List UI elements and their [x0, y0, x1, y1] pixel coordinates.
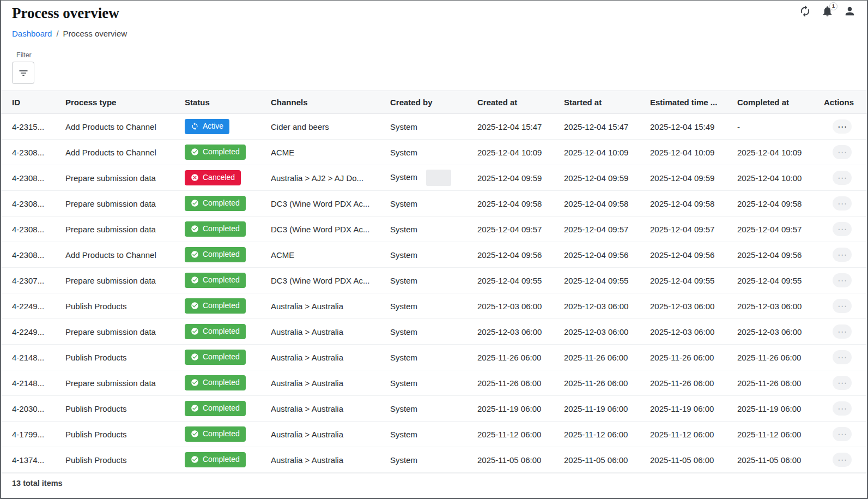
- row-actions-button[interactable]: ⋯: [833, 376, 852, 390]
- process-type: Add Products to Channel: [65, 122, 156, 131]
- cell-started-at: 2025-12-04 09:58: [564, 191, 650, 217]
- created-by-value: System: [390, 225, 417, 234]
- process-sync-icon[interactable]: [799, 5, 811, 17]
- process-id: 4-2249...: [12, 327, 44, 336]
- row-actions-button[interactable]: ⋯: [833, 273, 852, 287]
- cell-actions: ⋯: [820, 396, 867, 422]
- status-label: Completed: [203, 225, 240, 233]
- cell-completed-at: 2025-12-04 10:00: [737, 165, 820, 191]
- ellipsis-icon: ⋯: [837, 430, 847, 439]
- row-actions-button[interactable]: ⋯: [833, 119, 852, 134]
- completed-at-value: 2025-11-05 06:00: [737, 455, 801, 465]
- row-actions-button[interactable]: ⋯: [833, 145, 852, 159]
- cell-started-at: 2025-12-03 06:00: [564, 319, 650, 345]
- completed-at-value: 2025-11-12 06:00: [737, 430, 801, 439]
- process-type: Prepare submission data: [65, 225, 156, 234]
- created-by-value: System: [390, 430, 417, 439]
- cell-created-at: 2025-11-26 06:00: [477, 345, 564, 370]
- process-id: 4-2308...: [12, 173, 44, 183]
- channels-value: Australia > Australia: [271, 430, 343, 439]
- breadcrumb-link-dashboard[interactable]: Dashboard: [12, 29, 52, 38]
- cell-channels: Australia > Australia: [271, 293, 390, 319]
- started-at-value: 2025-12-03 06:00: [564, 302, 628, 311]
- completed-at-value: 2025-12-04 09:57: [737, 225, 802, 234]
- cell-channels: ACME: [271, 242, 390, 268]
- completed-at-value: 2025-11-26 06:00: [737, 353, 801, 362]
- created-at-value: 2025-12-04 09:55: [477, 276, 542, 285]
- estimated-time-value: 2025-12-03 06:00: [650, 302, 714, 311]
- process-type: Publish Products: [65, 302, 127, 311]
- table-row: 4-2030... Publish Products Completed Aus…: [1, 396, 867, 422]
- row-actions-button[interactable]: ⋯: [833, 401, 852, 416]
- cell-status: Completed: [185, 370, 271, 396]
- row-actions-button[interactable]: ⋯: [833, 299, 852, 313]
- cell-id: 4-1799...: [1, 422, 65, 447]
- cell-process-type: Prepare submission data: [65, 370, 185, 396]
- cell-estimated-time: 2025-12-04 09:56: [650, 242, 737, 268]
- table-row: 4-2148... Prepare submission data Comple…: [1, 370, 867, 396]
- cell-started-at: 2025-11-26 06:00: [564, 370, 650, 396]
- started-at-value: 2025-12-04 09:57: [564, 225, 628, 234]
- cell-created-at: 2025-11-05 06:00: [477, 447, 564, 473]
- row-actions-button[interactable]: ⋯: [833, 453, 852, 467]
- table-header-row: ID Process type Status Channels Created …: [1, 91, 867, 114]
- cell-completed-at: 2025-12-04 09:56: [737, 242, 820, 268]
- bell-icon[interactable]: 1: [821, 5, 834, 17]
- row-actions-button[interactable]: ⋯: [833, 324, 852, 339]
- column-header-process-type: Process type: [65, 91, 185, 114]
- cell-created-by: System: [390, 217, 477, 242]
- user-icon[interactable]: [843, 5, 856, 17]
- total-items-count: 13 total items: [12, 479, 63, 488]
- row-actions-button[interactable]: ⋯: [833, 427, 852, 441]
- ellipsis-icon: ⋯: [837, 455, 847, 465]
- cell-process-type: Publish Products: [65, 396, 185, 422]
- started-at-value: 2025-11-19 06:00: [564, 404, 628, 413]
- cell-estimated-time: 2025-11-19 06:00: [650, 396, 737, 422]
- estimated-time-value: 2025-12-04 15:49: [650, 122, 714, 131]
- check-circle-icon: [191, 353, 199, 361]
- cell-process-type: Prepare submission data: [65, 165, 185, 191]
- check-circle-icon: [191, 378, 199, 387]
- cell-completed-at: 2025-11-26 06:00: [737, 370, 820, 396]
- row-actions-button[interactable]: ⋯: [833, 248, 852, 262]
- cell-process-type: Prepare submission data: [65, 268, 185, 293]
- cell-channels: Cider and beers: [271, 114, 390, 140]
- cell-actions: ⋯: [820, 422, 867, 447]
- channels-value: ACME: [271, 250, 294, 260]
- cell-process-type: Add Products to Channel: [65, 114, 185, 140]
- cell-process-type: Publish Products: [65, 345, 185, 370]
- status-badge: Completed: [185, 401, 246, 416]
- row-actions-button[interactable]: ⋯: [833, 222, 852, 236]
- started-at-value: 2025-11-05 06:00: [564, 455, 628, 465]
- cell-started-at: 2025-12-04 09:56: [564, 242, 650, 268]
- row-actions-button[interactable]: ⋯: [833, 171, 852, 185]
- filter-button[interactable]: [12, 62, 34, 84]
- cell-id: 4-2315...: [1, 114, 65, 140]
- cell-status: Active: [185, 114, 271, 140]
- row-actions-button[interactable]: ⋯: [833, 350, 852, 364]
- table-row: 4-2308... Prepare submission data Comple…: [1, 191, 867, 217]
- cell-created-by: System: [390, 447, 477, 473]
- created-by-value: System: [390, 276, 417, 285]
- process-id: 4-2308...: [12, 225, 44, 234]
- status-label: Completed: [203, 353, 240, 361]
- header-icons: 1: [799, 5, 856, 17]
- created-by-value: System: [390, 327, 417, 336]
- cell-process-type: Publish Products: [65, 422, 185, 447]
- completed-at-value: 2025-11-26 06:00: [737, 378, 801, 388]
- cell-created-by: System: [390, 114, 477, 140]
- created-at-value: 2025-12-04 09:59: [477, 173, 542, 183]
- channels-value: Australia > Australia: [271, 378, 343, 388]
- created-by-value: System: [390, 250, 417, 260]
- completed-at-value: 2025-12-03 06:00: [737, 302, 802, 311]
- cell-completed-at: 2025-11-12 06:00: [737, 422, 820, 447]
- estimated-time-value: 2025-12-03 06:00: [650, 327, 714, 336]
- cell-id: 4-2148...: [1, 370, 65, 396]
- channels-value: Australia > Australia: [271, 404, 343, 413]
- row-actions-button[interactable]: ⋯: [833, 196, 852, 211]
- status-badge: Completed: [185, 350, 246, 364]
- created-by-value: System: [390, 122, 417, 131]
- cell-id: 4-2308...: [1, 140, 65, 165]
- process-id: 4-2307...: [12, 276, 44, 285]
- cell-created-at: 2025-11-26 06:00: [477, 370, 564, 396]
